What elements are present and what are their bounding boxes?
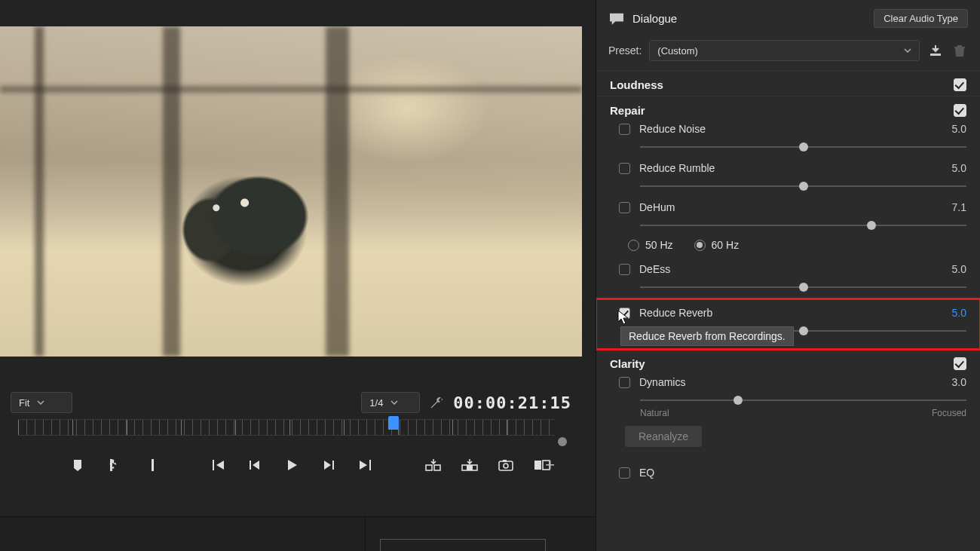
svg-rect-0	[110, 459, 112, 471]
svg-rect-10	[499, 461, 513, 470]
mini-timeline[interactable]	[11, 419, 571, 446]
go-to-out-button[interactable]	[356, 457, 372, 473]
radio-icon	[694, 240, 706, 251]
clarity-header[interactable]: Clarity	[610, 357, 966, 370]
dynamics-param: Dynamics 3.0 Natural Focused Reanalyze	[610, 370, 966, 450]
dialogue-icon	[608, 12, 625, 26]
step-forward-button[interactable]	[320, 457, 336, 473]
reduce-reverb-tooltip: Reduce Reverb from Recordings.	[620, 326, 794, 346]
playhead[interactable]	[388, 416, 399, 430]
timecode-display[interactable]: 00:00:21:15	[453, 393, 571, 412]
reduce-rumble-label: Reduce Rumble	[639, 162, 715, 174]
video-preview[interactable]	[0, 26, 582, 357]
wrench-settings-icon[interactable]	[429, 395, 444, 410]
svg-rect-9	[467, 465, 473, 470]
mark-in-button[interactable]	[106, 457, 122, 473]
repair-header[interactable]: Repair	[610, 104, 966, 117]
overwrite-button[interactable]	[461, 457, 478, 473]
reduce-reverb-checkbox[interactable]	[619, 308, 630, 319]
zoom-fit-label: Fit	[19, 397, 29, 409]
mark-out-button[interactable]	[142, 457, 158, 473]
reduce-reverb-label: Reduce Reverb	[639, 307, 712, 319]
eq-checkbox[interactable]	[619, 467, 630, 479]
deess-checkbox[interactable]	[619, 264, 630, 275]
reduce-rumble-param: Reduce Rumble 5.0	[610, 156, 966, 195]
reduce-noise-slider[interactable]	[640, 142, 966, 152]
loudness-title: Loudness	[610, 78, 663, 91]
preset-value: (Custom)	[657, 45, 697, 57]
repair-toggle[interactable]	[954, 104, 966, 117]
dehum-checkbox[interactable]	[619, 202, 630, 213]
dehum-value[interactable]: 7.1	[952, 201, 966, 213]
add-button[interactable]: +	[545, 455, 555, 475]
resolution-label: 1/4	[369, 397, 383, 409]
dynamics-slider[interactable]	[640, 396, 966, 405]
reduce-rumble-checkbox[interactable]	[619, 163, 630, 174]
dehum-60hz-option[interactable]: 60 Hz	[694, 239, 740, 251]
go-to-in-button[interactable]	[211, 457, 228, 473]
eq-param: EQ	[610, 461, 966, 482]
svg-rect-5	[369, 460, 371, 470]
panel-header: Dialogue Clear Audio Type	[596, 3, 980, 35]
dynamics-range-labels: Natural Focused	[640, 408, 966, 418]
dynamics-value[interactable]: 3.0	[952, 376, 966, 388]
preset-label: Preset:	[608, 44, 642, 57]
export-frame-button[interactable]	[498, 457, 514, 473]
svg-rect-6	[426, 465, 432, 470]
reduce-noise-value[interactable]: 5.0	[952, 123, 966, 135]
add-marker-button[interactable]	[69, 457, 86, 473]
loudness-toggle[interactable]	[954, 78, 966, 91]
step-back-button[interactable]	[247, 457, 264, 473]
svg-rect-15	[930, 54, 941, 56]
monitor-area: Fit 1/4 00:00:21:15	[0, 26, 582, 383]
preset-dropdown[interactable]: (Custom)	[649, 40, 920, 61]
delete-preset-icon	[951, 42, 968, 59]
reanalyze-button[interactable]: Reanalyze	[625, 426, 702, 447]
dehum-slider[interactable]	[640, 221, 966, 230]
deess-value[interactable]: 5.0	[952, 263, 966, 275]
svg-point-11	[504, 464, 508, 468]
dynamics-checkbox[interactable]	[619, 377, 630, 388]
panel-tab-placeholder	[380, 539, 546, 551]
eq-label: EQ	[639, 467, 654, 479]
insert-button[interactable]	[425, 457, 442, 473]
loudness-section[interactable]: Loudness	[596, 70, 980, 96]
svg-rect-4	[332, 461, 334, 470]
reduce-rumble-value[interactable]: 5.0	[952, 162, 966, 174]
reduce-noise-checkbox[interactable]	[619, 124, 630, 135]
chevron-down-icon	[37, 400, 44, 405]
clarity-toggle[interactable]	[954, 357, 966, 370]
dehum-frequency-group: 50 Hz 60 Hz	[619, 231, 966, 254]
repair-section: Repair Reduce Noise 5.0 Reduce Rumble	[596, 96, 980, 349]
zoom-handle[interactable]	[558, 437, 567, 446]
deess-param: DeEss 5.0	[610, 257, 966, 296]
reduce-reverb-param: Reduce Reverb 5.0 Reduce Reverb from Rec…	[596, 299, 980, 349]
repair-title: Repair	[610, 104, 645, 117]
svg-rect-3	[250, 461, 251, 470]
program-monitor-panel: Fit 1/4 00:00:21:15	[0, 0, 596, 551]
clear-audio-type-button[interactable]: Clear Audio Type	[874, 9, 968, 28]
svg-rect-13	[534, 461, 541, 470]
reduce-noise-label: Reduce Noise	[639, 123, 706, 135]
dehum-label: DeHum	[639, 201, 675, 213]
svg-rect-12	[503, 460, 507, 462]
resolution-dropdown[interactable]: 1/4	[361, 392, 420, 413]
bottom-panel-divider	[0, 516, 596, 551]
monitor-controls: Fit 1/4 00:00:21:15	[0, 375, 582, 473]
dehum-param: DeHum 7.1 50 Hz 60 Hz	[610, 195, 966, 257]
zoom-fit-dropdown[interactable]: Fit	[11, 392, 72, 413]
play-button[interactable]	[283, 457, 300, 473]
radio-icon	[628, 240, 639, 251]
transport-bar: +	[11, 457, 571, 473]
reduce-noise-param: Reduce Noise 5.0	[610, 117, 966, 156]
essential-sound-panel: Dialogue Clear Audio Type Preset: (Custo…	[596, 0, 980, 551]
deess-label: DeEss	[639, 263, 670, 275]
deess-slider[interactable]	[640, 283, 966, 292]
svg-rect-1	[152, 459, 154, 471]
reduce-reverb-value[interactable]: 5.0	[952, 307, 966, 319]
save-preset-icon[interactable]	[927, 42, 944, 59]
reduce-rumble-slider[interactable]	[640, 182, 966, 191]
panel-title: Dialogue	[632, 12, 677, 25]
dehum-50hz-option[interactable]: 50 Hz	[628, 239, 673, 251]
dynamics-label: Dynamics	[639, 376, 685, 388]
